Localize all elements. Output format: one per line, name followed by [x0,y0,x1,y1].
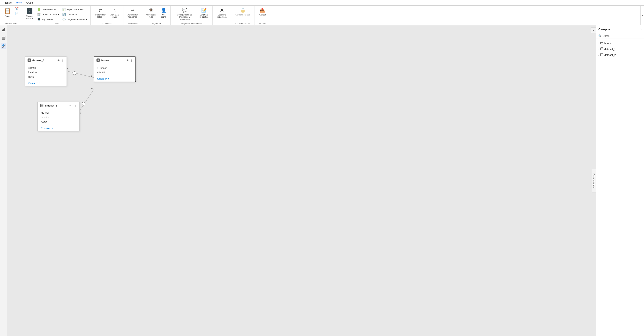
libro-excel-button[interactable]: 📗 Libro de Excel [36,7,60,12]
ribbon-group-preguntas: 💬 Configuración de Preguntas y respuesta… [171,6,213,25]
datos-label: Datos [24,22,88,25]
clientid-field-label: clientId [28,66,36,69]
table-card-dataset2[interactable]: dataset_2 👁 ⋮ clientId location name [38,102,80,132]
dataset1-eye-icon[interactable]: 👁 [57,59,60,62]
svg-rect-3 [2,36,5,40]
lenguaje-button[interactable]: 📝 Lenguajelingüístico [198,6,210,18]
ver-como-button[interactable]: 👤 Vercomo [159,6,168,18]
data-view-icon[interactable] [1,35,6,40]
confidencialidad-group-label: Confidencialidad [233,22,252,25]
pegar-icon: 📋 [4,8,11,14]
bonus-more-icon[interactable]: ⋮ [130,59,133,62]
dataverse-label: Dataverse [67,13,77,16]
ribbon-group-consultas: ⇄ Transformardatos ▾ ↻ Actualizardatos C… [91,6,124,25]
config-preguntas-button[interactable]: 💬 Configuración de Preguntas y respuesta… [173,6,197,21]
confidencialidad-button[interactable]: 🔒 Confidencialidad▾ [233,6,252,18]
bonus-fields-label: bonus [604,42,612,45]
fields-panel-toggle[interactable]: « [591,27,596,33]
dataset1-more-icon[interactable]: ⋮ [61,59,64,62]
svg-text:1: 1 [91,86,93,89]
report-view-icon[interactable] [1,27,6,32]
dataset1-field-name: name [25,74,66,79]
dataset2-field-location: location [38,115,79,120]
pegar-button[interactable]: 📋 Pegar [2,6,13,18]
actualizar-icon: ↻ [113,8,117,13]
right-panel-header: Campos › [596,25,644,33]
svg-line-17 [78,90,94,114]
svg-rect-0 [2,30,3,31]
sql-server-button[interactable]: 🖥️ SQL Server [36,17,60,22]
dataset1-contraer-btn[interactable]: Contraer ∧ [28,82,63,84]
esquema-button[interactable]: A Esquemalingüístico ▾ [215,6,229,18]
ribbon-group-esquema: A Esquemalingüístico ▾ [213,6,231,25]
svg-line-12 [65,70,94,78]
svg-text:1: 1 [80,112,81,114]
menu-inicio[interactable]: Inicio [14,0,24,5]
relaciones-label: Administrarrelaciones [128,14,138,18]
fields-item-dataset2[interactable]: › dataset_2 [596,52,644,58]
canvas-area[interactable]: 1 1 1 1 [7,25,596,336]
copiar-button[interactable]: 📄 [14,11,20,16]
left-sidebar [0,25,7,336]
sql-icon: 🖥️ [37,18,40,21]
dataverse-button[interactable]: 🔄 Dataverse [61,12,88,17]
dataset2-header: dataset_2 👁 ⋮ [38,102,79,109]
bonus-contraer-btn[interactable]: Contraer ∧ [97,78,132,80]
table-card-dataset1-header: dataset_1 👁 ⋮ [25,57,66,64]
obtener-datos-icon: 🗄️ [26,8,33,14]
actualizar-button[interactable]: ↻ Actualizardatos [108,6,122,18]
dataset2-name-label: name [41,120,47,124]
roles-icon: 👁️ [148,8,154,13]
table-card-dataset1[interactable]: dataset_1 👁 ⋮ clientId location name [25,56,67,86]
obtener-datos-button[interactable]: 🗄️ Obtenerdatos ▾ [24,6,35,20]
ver-label: Vercomo [161,14,166,18]
pegar-label: Pegar [5,15,10,17]
properties-tab-label: Propiedades [593,174,595,188]
dataset2-more-icon[interactable]: ⋮ [74,104,77,107]
properties-tab[interactable]: Propiedades [592,168,596,193]
centro-datos-button[interactable]: 🏢 Centro de datos ▾ [36,12,60,17]
cortar-button[interactable]: ✂️ [14,6,20,11]
contraer2-icon: ∧ [51,127,53,130]
dataset1-field-location: location [25,70,66,74]
seguridad-label: Seguridad [144,22,168,25]
relaciones-group-label: Relaciones [126,22,140,25]
right-panel-expand-button[interactable]: › [640,27,642,31]
fields-item-dataset1[interactable]: › dataset_1 [596,46,644,52]
origenes-button[interactable]: 🕐 Orígenes recientes ▾ [61,17,88,22]
svg-rect-37 [600,48,603,50]
bonus-eye-icon[interactable]: 👁 [126,59,129,62]
search-box: 🔍 [596,33,644,39]
dataset1-footer: Contraer ∧ [25,80,66,86]
origenes-icon: 🕐 [62,18,66,21]
ribbon-collapse-button[interactable]: ∧ [640,6,644,25]
administrar-relaciones-button[interactable]: ⇌ Administrarrelaciones [126,6,140,18]
dataset1-body: clientId location name [25,64,66,80]
svg-marker-13 [74,72,76,74]
dataset1-table-icon [28,58,31,62]
menu-ayuda[interactable]: Ayuda [24,0,35,5]
transformar-button[interactable]: ⇄ Transformardatos ▾ [93,6,108,18]
dataset2-footer: Contraer ∧ [38,126,79,131]
publicar-button[interactable]: 📤 Publicar [256,6,268,16]
svg-rect-21 [28,59,30,62]
svg-point-18 [82,102,85,105]
dataset2-contraer-btn[interactable]: Contraer ∧ [41,127,76,130]
dataset2-eye-icon[interactable]: 👁 [70,104,72,107]
publicar-icon: 📤 [260,8,265,13]
bonus-card-header: bonus 👁 ⋮ [94,57,136,64]
dataset2-title: dataset_2 [40,104,57,108]
compartir-label: Compartir [256,22,268,25]
table-card-bonus[interactable]: bonus 👁 ⋮ Σ bonus clientId Contraer ∧ [94,56,136,82]
dataset2-field-name: name [38,120,79,124]
especificar-datos-button[interactable]: 📊 Especificar datos [61,7,88,12]
model-view-icon[interactable] [1,43,6,49]
svg-rect-41 [600,54,603,56]
search-input[interactable] [603,34,642,38]
administrar-roles-button[interactable]: 👁️ Administrarroles [144,6,158,18]
location-field-label: location [28,71,36,74]
menu-archivo[interactable]: Archivo [2,0,14,5]
lenguaje-label: Lenguajelingüístico [200,14,208,18]
fields-item-bonus[interactable]: › bonus [596,40,644,46]
lenguaje-icon: 📝 [201,8,207,13]
